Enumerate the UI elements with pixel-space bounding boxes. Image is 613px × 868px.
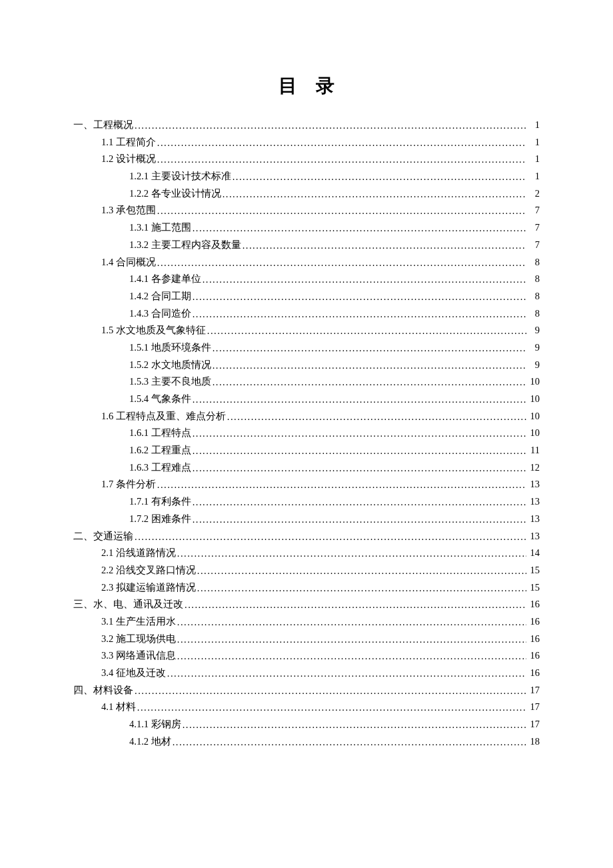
- toc-entry-label: 3.4 征地及迁改: [101, 668, 166, 678]
- toc-entry: 二、交通运输13: [73, 531, 540, 541]
- toc-leader-dots: [177, 651, 526, 661]
- toc-leader-dots: [167, 669, 526, 679]
- toc-leader-dots: [213, 343, 526, 353]
- toc-entry: 1.6 工程特点及重、难点分析10: [73, 411, 540, 421]
- toc-entry: 3.1 生产生活用水16: [73, 617, 540, 627]
- toc-entry-label: 2.2 沿线交叉路口情况: [101, 565, 196, 575]
- toc-entry: 1.7.1 有利条件13: [73, 497, 540, 507]
- toc-entry-label: 4.1.1 彩钢房: [129, 719, 181, 729]
- toc-entry-page: 13: [528, 514, 540, 524]
- toc-entry-page: 10: [528, 428, 540, 438]
- toc-entry-page: 16: [528, 668, 540, 678]
- toc-leader-dots: [193, 395, 526, 405]
- toc-entry: 3.3 网络通讯信息16: [73, 651, 540, 661]
- toc-entry-label: 四、材料设备: [73, 685, 133, 695]
- toc-leader-dots: [157, 155, 526, 165]
- toc-entry-page: 13: [528, 497, 540, 507]
- toc-entry: 1.5.1 地质环境条件9: [73, 343, 540, 353]
- toc-entry-label: 1.5 水文地质及气象特征: [101, 325, 206, 335]
- toc-entry: 1.6.2 工程重点11: [73, 445, 540, 455]
- toc-entry-page: 1: [528, 137, 540, 147]
- toc-entry-page: 13: [528, 531, 540, 541]
- toc-entry-label: 1.5.2 水文地质情况: [129, 360, 211, 370]
- toc-leader-dots: [177, 549, 526, 559]
- toc-leader-dots: [213, 361, 526, 371]
- toc-entry-page: 1: [528, 120, 540, 130]
- toc-entry-label: 1.7.2 困难条件: [129, 514, 191, 524]
- toc-leader-dots: [213, 377, 526, 387]
- toc-entry-page: 16: [528, 599, 540, 609]
- toc-entry-page: 17: [528, 685, 540, 695]
- toc-entry-label: 1.5.3 主要不良地质: [129, 377, 211, 387]
- toc-entry-label: 一、工程概况: [73, 120, 133, 130]
- toc-entry-page: 15: [528, 583, 540, 593]
- toc-entry-page: 18: [528, 737, 540, 747]
- toc-entry-page: 16: [528, 634, 540, 644]
- toc-entry-label: 1.2.1 主要设计技术标准: [129, 171, 231, 181]
- toc-entry: 四、材料设备17: [73, 685, 540, 695]
- toc-entry: 3.2 施工现场供电16: [73, 634, 540, 644]
- toc-leader-dots: [157, 138, 526, 148]
- toc-entry-label: 3.1 生产生活用水: [101, 617, 176, 627]
- toc-entry-label: 2.1 沿线道路情况: [101, 548, 176, 558]
- toc-leader-dots: [223, 189, 526, 199]
- toc-entry: 2.2 沿线交叉路口情况15: [73, 565, 540, 575]
- toc-leader-dots: [183, 720, 526, 730]
- toc-leader-dots: [135, 532, 526, 542]
- toc-entry-label: 1.6.1 工程特点: [129, 428, 191, 438]
- toc-entry: 1.4.3 合同造价8: [73, 309, 540, 319]
- toc-entry: 1.3 承包范围7: [73, 205, 540, 215]
- toc-entry-page: 10: [528, 394, 540, 404]
- toc-entry: 4.1.1 彩钢房17: [73, 719, 540, 729]
- toc-leader-dots: [193, 446, 526, 456]
- toc-leader-dots: [197, 583, 526, 593]
- toc-title: 目录: [73, 73, 540, 99]
- toc-leader-dots: [193, 309, 526, 319]
- toc-entry-page: 16: [528, 651, 540, 661]
- toc-entry-label: 1.4 合同概况: [101, 257, 156, 267]
- toc-entry-page: 10: [528, 411, 540, 421]
- toc-entry-page: 11: [528, 445, 540, 455]
- toc-entry: 1.6.3 工程难点12: [73, 463, 540, 473]
- toc-entry: 1.5.4 气象条件10: [73, 394, 540, 404]
- toc-entry-label: 1.2.2 各专业设计情况: [129, 189, 221, 199]
- toc-entry: 1.7.2 困难条件13: [73, 514, 540, 524]
- toc-entry: 1.2.1 主要设计技术标准1: [73, 171, 540, 181]
- toc-entry-label: 1.6 工程特点及重、难点分析: [101, 411, 226, 421]
- toc-leader-dots: [193, 515, 526, 525]
- toc-entry-label: 1.6.2 工程重点: [129, 445, 191, 455]
- toc-entry: 一、工程概况1: [73, 120, 540, 130]
- toc-entry: 1.6.1 工程特点10: [73, 428, 540, 438]
- toc-entry-page: 8: [528, 274, 540, 284]
- toc-entry-label: 4.1 材料: [101, 702, 136, 712]
- toc-entry-page: 9: [528, 325, 540, 335]
- toc-entry-page: 8: [528, 257, 540, 267]
- toc-entry-page: 13: [528, 479, 540, 489]
- toc-leader-dots: [157, 206, 526, 216]
- toc-entry: 三、水、电、通讯及迁改16: [73, 599, 540, 609]
- toc-entry: 1.3.1 施工范围7: [73, 223, 540, 233]
- toc-entry-label: 1.4.2 合同工期: [129, 291, 191, 301]
- toc-entry-label: 1.6.3 工程难点: [129, 463, 191, 473]
- toc-entry-label: 三、水、电、通讯及迁改: [73, 599, 183, 609]
- toc-entry-label: 4.1.2 地材: [129, 737, 171, 747]
- toc-entry-page: 14: [528, 548, 540, 558]
- toc-entry-page: 17: [528, 702, 540, 712]
- toc-entry: 1.4 合同概况8: [73, 257, 540, 267]
- toc-leader-dots: [157, 258, 526, 268]
- toc-entry-label: 1.5.4 气象条件: [129, 394, 191, 404]
- toc-entry-label: 1.1 工程简介: [101, 137, 156, 147]
- toc-entry-label: 1.5.1 地质环境条件: [129, 343, 211, 353]
- toc-leader-dots: [197, 566, 526, 576]
- toc-entry-label: 1.4.3 合同造价: [129, 309, 191, 319]
- toc-entry: 1.4.2 合同工期8: [73, 291, 540, 301]
- toc-leader-dots: [227, 412, 526, 422]
- toc-entry-label: 1.3.1 施工范围: [129, 223, 191, 233]
- toc-entry: 1.5 水文地质及气象特征9: [73, 325, 540, 335]
- toc-entry-page: 17: [528, 719, 540, 729]
- toc-entry-label: 1.2 设计概况: [101, 154, 156, 164]
- toc-entry: 1.7 条件分析13: [73, 479, 540, 489]
- toc-entry: 1.5.2 水文地质情况9: [73, 360, 540, 370]
- toc-entry-page: 7: [528, 240, 540, 250]
- toc-leader-dots: [243, 241, 526, 251]
